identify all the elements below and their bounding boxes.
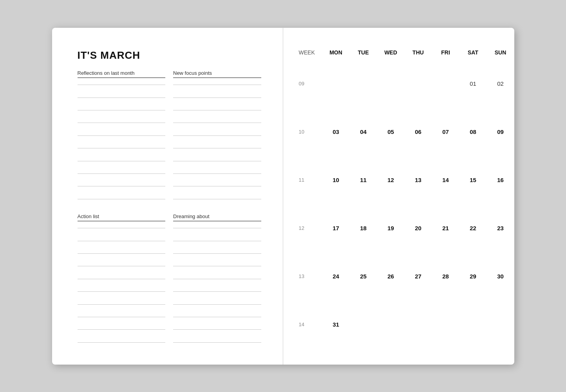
calendar-row: 10 03 04 05 06 07 08 09 [299,123,497,141]
line [78,329,166,330]
week-number: 12 [299,225,322,231]
line [173,173,261,174]
line [78,199,166,199]
cal-day: 30 [487,273,514,280]
cal-day: 31 [322,321,350,328]
week-number: 10 [299,129,322,135]
action-heading: Action list [78,213,166,221]
cal-day: - [432,80,459,87]
focus-section: New focus points [173,70,261,206]
cal-day: - [350,80,377,87]
right-page: WEEK MON TUE WED THU FRI SAT SUN 09 - - … [283,28,514,365]
cal-day: 03 [322,128,350,135]
calendar-row: 09 - - - - - 01 02 [299,74,497,93]
dreaming-heading: Dreaming about [173,213,261,221]
cal-day: 09 [487,128,514,135]
cal-day: 02 [487,80,514,87]
cal-day: - [487,321,514,328]
focus-lines [173,78,261,206]
month-title: IT'S MARCH [78,49,261,61]
cal-day: 21 [432,225,459,231]
header-sat: SAT [459,49,487,56]
cal-day: 08 [459,128,487,135]
cal-day: 15 [459,177,487,183]
cal-day: - [322,80,350,87]
calendar-row: 13 24 25 26 27 28 29 30 [299,267,497,285]
cal-day: 26 [377,273,405,280]
header-mon: MON [322,49,350,56]
line [78,123,166,123]
line [78,148,166,148]
week-number: 11 [299,177,322,183]
line [173,186,261,186]
cal-day: 27 [405,273,432,280]
line [78,228,166,228]
cal-day: 01 [459,80,487,87]
line [78,241,166,241]
cal-day: - [350,321,377,328]
cal-day: 11 [350,177,377,183]
cal-day: 05 [377,128,405,135]
line [173,329,261,330]
cal-day: 25 [350,273,377,280]
line [78,342,166,343]
line [173,123,261,123]
line [173,241,261,241]
cal-day: - [377,80,405,87]
reflections-heading: Reflections on last month [78,70,166,78]
calendar-body: 09 - - - - - 01 02 10 03 04 05 06 07 08 … [299,60,497,349]
line [78,186,166,186]
bottom-sections: Action list [78,213,261,349]
cal-day: 24 [322,273,350,280]
line [78,98,166,98]
line [78,317,166,317]
line [78,173,166,174]
cal-day: 28 [432,273,459,280]
line [78,253,166,254]
cal-day: 07 [432,128,459,135]
line [78,110,166,110]
calendar-row: 14 31 - - - - - - [299,315,497,334]
week-number: 09 [299,81,322,87]
line [173,304,261,305]
header-thu: THU [405,49,432,56]
week-number: 14 [299,322,322,327]
cal-day: - [432,321,459,328]
book: IT'S MARCH Reflections on last month [52,28,514,365]
line [173,266,261,266]
calendar-row: 11 10 11 12 13 14 15 16 [299,171,497,189]
line [173,279,261,279]
top-sections: Reflections on last month [78,70,261,206]
line [173,253,261,254]
focus-heading: New focus points [173,70,261,78]
action-lines [78,221,166,349]
line [173,342,261,343]
cal-day: 10 [322,177,350,183]
cal-day: 16 [487,177,514,183]
calendar-header: WEEK MON TUE WED THU FRI SAT SUN [299,49,497,56]
line [173,148,261,148]
dreaming-section: Dreaming about [173,213,261,349]
cal-day: 13 [405,177,432,183]
line [78,304,166,305]
calendar-row: 12 17 18 19 20 21 22 23 [299,219,497,237]
line [173,110,261,110]
line [78,161,166,161]
cal-day: 29 [459,273,487,280]
line [78,135,166,136]
cal-day: 23 [487,225,514,231]
line [78,291,166,292]
cal-day: - [405,80,432,87]
cal-day: 20 [405,225,432,231]
header-tue: TUE [350,49,377,56]
cal-day: 12 [377,177,405,183]
line [78,85,166,85]
cal-day: - [459,321,487,328]
line [173,228,261,228]
week-number: 13 [299,273,322,279]
cal-day: 04 [350,128,377,135]
header-week: WEEK [299,49,322,56]
line [173,98,261,98]
cal-day: 06 [405,128,432,135]
reflections-section: Reflections on last month [78,70,166,206]
